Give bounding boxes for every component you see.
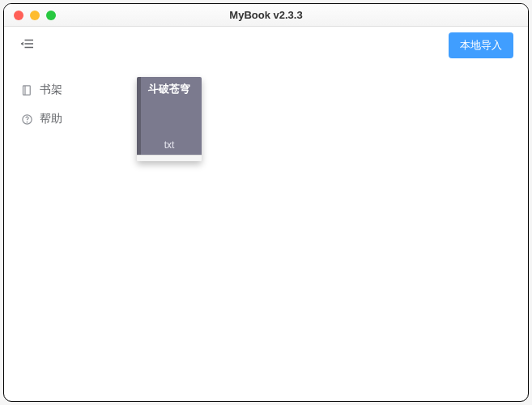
content-area: 本地导入 书架 — [4, 27, 528, 401]
app-window: MyBook v2.3.3 本地导入 — [3, 3, 529, 402]
window-controls — [4, 11, 56, 20]
book-item[interactable]: 斗破苍穹 txt — [137, 77, 202, 161]
topbar: 本地导入 — [4, 27, 528, 64]
help-icon — [20, 113, 33, 126]
maximize-button[interactable] — [46, 11, 56, 20]
main-panel: 斗破苍穹 txt — [117, 64, 528, 401]
book-title: 斗破苍穹 — [137, 82, 202, 96]
sidebar-item-bookshelf[interactable]: 书架 — [4, 75, 117, 104]
close-button[interactable] — [14, 11, 23, 20]
sidebar-toggle-button[interactable] — [19, 36, 38, 55]
bookshelf-icon — [20, 83, 33, 96]
book-pages — [137, 155, 202, 161]
sidebar-item-label: 书架 — [40, 83, 62, 97]
titlebar: MyBook v2.3.3 — [4, 4, 528, 27]
local-import-button[interactable]: 本地导入 — [449, 32, 513, 58]
minimize-button[interactable] — [30, 11, 40, 20]
sidebar-item-label: 帮助 — [40, 112, 62, 126]
svg-point-6 — [27, 122, 28, 122]
sidebar-item-help[interactable]: 帮助 — [4, 104, 117, 134]
body: 书架 帮助 斗破苍穹 — [4, 64, 528, 401]
sidebar: 书架 帮助 — [4, 64, 117, 401]
menu-collapse-icon — [21, 36, 36, 54]
window-title: MyBook v2.3.3 — [4, 9, 528, 21]
book-format: txt — [137, 139, 202, 151]
book-cover: 斗破苍穹 txt — [137, 77, 202, 155]
svg-rect-3 — [23, 85, 30, 94]
